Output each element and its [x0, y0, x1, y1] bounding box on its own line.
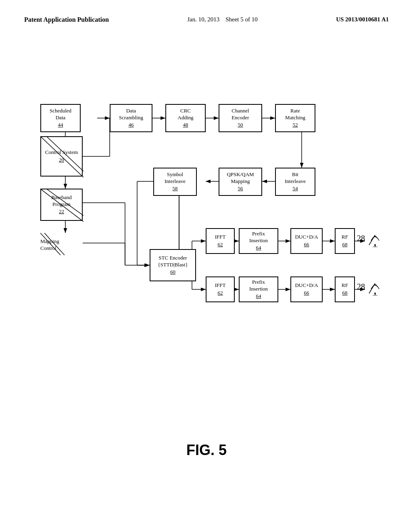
- prefix-top-label: PrefixInsertion: [249, 231, 268, 244]
- crc-adding-block: CRCAdding 48: [165, 104, 206, 132]
- data-scrambling-block: DataScrambling 46: [110, 104, 152, 132]
- data-scrambling-label: DataScrambling: [119, 108, 143, 121]
- rate-matching-label: RateMatching: [285, 108, 305, 121]
- page-header: Patent Application Publication Jan. 10, …: [0, 0, 413, 31]
- antenna-bot-icon: [367, 279, 383, 295]
- symbol-interleave-block: SymbolInterleave 58: [153, 168, 197, 196]
- channel-encoder-block: ChannelEncoder 50: [219, 104, 262, 132]
- publication-label: Patent Application Publication: [24, 16, 109, 23]
- crc-adding-label: CRCAdding: [178, 108, 194, 121]
- mapping-control-area: MappingControl: [40, 233, 83, 257]
- scheduled-data-label: ScheduledData: [50, 108, 71, 121]
- figure-caption: FIG. 5: [0, 442, 413, 459]
- data-scrambling-ref: 46: [129, 122, 134, 129]
- bit-interleave-ref: 54: [293, 185, 298, 192]
- crc-adding-ref: 48: [183, 122, 188, 129]
- duc-top-label: DUC+D/A: [295, 234, 318, 241]
- sheet-info: Jan. 10, 2013 Sheet 5 of 10: [187, 16, 258, 23]
- symbol-interleave-ref: 58: [173, 185, 178, 192]
- channel-encoder-label: ChannelEncoder: [232, 108, 249, 121]
- patent-number: US 2013/0010681 A1: [336, 16, 389, 23]
- control-system-block: Control System 20: [40, 136, 83, 177]
- sheet: Sheet 5 of 10: [225, 16, 258, 23]
- duc-top-ref: 66: [304, 241, 309, 248]
- rf-bot-ref: 68: [342, 290, 348, 297]
- stc-encoder-block: STC Encoder{STTD|Blast} 60: [150, 249, 196, 281]
- duc-bot-label: DUC+D/A: [295, 282, 318, 289]
- scheduled-data-ref: 44: [58, 122, 63, 129]
- control-system-ref: 20: [59, 157, 64, 164]
- symbol-interleave-label: SymbolInterleave: [165, 171, 186, 185]
- baseband-program-ref: 22: [59, 208, 64, 215]
- ifft-top-label: IFFT: [215, 234, 226, 241]
- diagram-area: ScheduledData 44 DataScrambling 46 CRCAd…: [0, 39, 413, 483]
- scheduled-data-block: ScheduledData 44: [40, 104, 81, 132]
- rf-bot-label: RF: [342, 282, 348, 289]
- ifft-top-block: IFFT 62: [206, 228, 235, 254]
- stc-encoder-ref: 60: [170, 269, 175, 276]
- baseband-program-label: BasebandProgram: [51, 194, 72, 208]
- antenna-top-ref: 28: [357, 234, 365, 243]
- qpsk-qam-block: QPSK/QAMMapping 56: [219, 168, 262, 196]
- prefix-top-ref: 64: [256, 245, 261, 251]
- ifft-bot-label: IFFT: [215, 282, 226, 289]
- qpsk-qam-ref: 56: [238, 185, 243, 192]
- rate-matching-block: RateMatching 52: [275, 104, 315, 132]
- antenna-top-icon: [367, 231, 383, 247]
- rf-top-label: RF: [342, 234, 348, 241]
- antenna-top: 28: [357, 231, 383, 247]
- stc-encoder-label: STC Encoder{STTD|Blast}: [158, 255, 188, 268]
- qpsk-qam-label: QPSK/QAMMapping: [227, 171, 254, 185]
- prefix-top-block: PrefixInsertion 64: [239, 228, 278, 254]
- duc-bot-ref: 66: [304, 290, 309, 297]
- duc-bot-block: DUC+D/A 66: [290, 276, 323, 302]
- control-system-label: Control System: [45, 149, 78, 156]
- antenna-bot: 28: [357, 279, 383, 295]
- channel-encoder-ref: 50: [238, 122, 243, 129]
- ifft-top-ref: 62: [218, 241, 223, 248]
- mapping-control-label: MappingControl: [40, 238, 59, 252]
- bit-interleave-label: BitInterleave: [285, 171, 306, 185]
- baseband-program-block: BasebandProgram 22: [40, 189, 83, 221]
- duc-top-block: DUC+D/A 66: [290, 228, 323, 254]
- ifft-bot-block: IFFT 62: [206, 276, 235, 302]
- rf-top-ref: 68: [342, 241, 348, 248]
- rf-top-block: RF 68: [335, 228, 355, 254]
- antenna-bot-ref: 28: [357, 282, 365, 291]
- bit-interleave-block: BitInterleave 54: [275, 168, 315, 196]
- rate-matching-ref: 52: [293, 122, 298, 129]
- date: Jan. 10, 2013: [187, 16, 219, 23]
- rf-bot-block: RF 68: [335, 276, 355, 302]
- prefix-bot-label: PrefixInsertion: [249, 279, 268, 293]
- prefix-bot-block: PrefixInsertion 64: [239, 276, 278, 302]
- ifft-bot-ref: 62: [218, 290, 223, 297]
- prefix-bot-ref: 64: [256, 293, 261, 300]
